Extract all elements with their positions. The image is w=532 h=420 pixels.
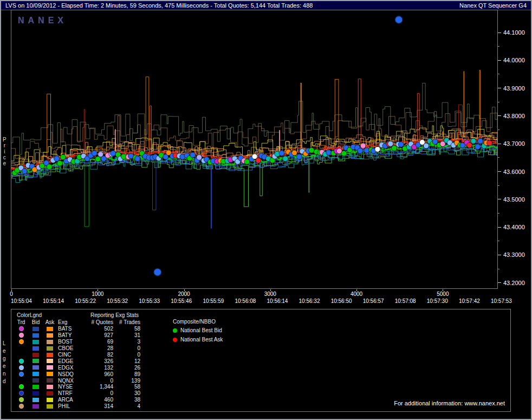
- ask-color-swatch: [47, 385, 53, 389]
- price-tick-label: 43.2000: [503, 280, 525, 286]
- exchange-legend-table: TrdBidAskExg# Quotes# TradesBATS50258BAT…: [14, 319, 141, 410]
- bid-color-swatch: [33, 404, 39, 409]
- price-minor-tick: [498, 130, 499, 130]
- time-label: 10:57:08: [395, 298, 416, 304]
- legend-col-header: Ask: [43, 319, 57, 326]
- exchange-quote-count: 960: [84, 371, 114, 377]
- time-label: 10:56:32: [299, 298, 320, 304]
- ask-color-swatch: [47, 365, 53, 370]
- price-tick-mark: [498, 255, 501, 255]
- exchange-name: BATY: [57, 332, 84, 339]
- price-minor-tick: [498, 213, 499, 214]
- exchange-trade-count: 58: [114, 326, 141, 332]
- sequence-tick-label: 3000: [264, 291, 276, 297]
- sequence-tick-label: 2000: [178, 291, 190, 297]
- time-label: 10:56:50: [331, 298, 352, 304]
- exchange-quote-count: 460: [84, 397, 114, 403]
- time-label: 10:55:14: [43, 298, 64, 304]
- legend-col-header: # Quotes: [84, 319, 114, 326]
- exchange-name: BATS: [57, 326, 84, 332]
- price-tick-mark: [498, 171, 501, 172]
- exchange-trade-count: 38: [114, 397, 141, 403]
- trade-color-swatch: [19, 384, 24, 389]
- quote-trade-chart[interactable]: [11, 10, 497, 288]
- bid-color-swatch: [33, 398, 39, 402]
- sequence-tick-label: 1000: [92, 291, 103, 297]
- ask-color-swatch: [47, 404, 53, 409]
- price-tick-mark: [498, 282, 501, 283]
- nbbo-item: National Best Ask: [173, 336, 223, 343]
- reporting-stats-title: Reporting Exg Stats: [90, 312, 139, 318]
- trade-color-swatch: [19, 365, 24, 370]
- exchange-quote-count: 314: [84, 403, 114, 410]
- ask-color-swatch: [47, 378, 53, 383]
- sequence-tick-label: 5000: [437, 291, 449, 297]
- exchange-quote-count: 0: [84, 390, 114, 397]
- time-label: 10:55:22: [75, 298, 96, 304]
- exchange-name: NQNX: [57, 377, 84, 384]
- bid-color-swatch: [33, 333, 39, 338]
- price-tick-label: 43.9000: [503, 85, 525, 92]
- price-tick-mark: [498, 227, 501, 228]
- exchange-name: EDGE: [57, 358, 84, 364]
- ask-color-swatch: [47, 359, 53, 363]
- ask-color-swatch: [47, 346, 53, 351]
- time-label: 10:55:46: [171, 298, 192, 304]
- legend-col-header: Bid: [29, 319, 43, 326]
- price-tick-label: 44.1000: [503, 29, 525, 36]
- ask-color-swatch: [47, 398, 53, 402]
- exchange-quote-count: 69: [84, 339, 114, 345]
- price-minor-tick: [498, 74, 499, 74]
- ask-color-swatch: [47, 353, 53, 357]
- nbbo-label: National Best Bid: [180, 327, 222, 333]
- trade-color-swatch: [19, 372, 24, 377]
- bid-color-swatch: [33, 340, 39, 344]
- exchange-name: NTRF: [57, 390, 84, 397]
- exchange-trade-count: 26: [114, 364, 141, 371]
- exchange-trade-count: 4: [114, 403, 141, 410]
- exchange-name: EDGX: [57, 364, 84, 371]
- bid-color-swatch: [33, 372, 39, 376]
- app-name: Nanex QT Sequencer G4: [459, 2, 527, 9]
- exchange-trade-count: 12: [114, 358, 141, 364]
- nbbo-item: National Best Bid: [173, 327, 223, 334]
- ask-color-swatch: [47, 333, 53, 338]
- exchange-name: BOST: [57, 339, 84, 345]
- bid-color-swatch: [33, 346, 39, 351]
- price-minor-tick: [498, 157, 499, 158]
- color-legend-title: ColorLgnd: [17, 312, 42, 318]
- exchange-trade-count: 3: [114, 339, 141, 345]
- nbbo-color-dot: [173, 338, 177, 342]
- ask-color-swatch: [47, 340, 53, 344]
- y-axis-label: Price: [3, 137, 7, 166]
- ask-color-swatch: [47, 372, 53, 376]
- exchange-trade-count: 89: [114, 371, 141, 377]
- exchange-quote-count: 132: [84, 364, 114, 371]
- exchange-trade-count: 0: [114, 345, 141, 352]
- price-axis: 44.100044.000043.900043.800043.700043.60…: [498, 10, 532, 289]
- time-label: 10:56:57: [363, 298, 384, 304]
- price-tick-mark: [498, 115, 501, 116]
- time-axis: 10:55:0410:55:1410:55:2210:55:3210:55:33…: [11, 298, 512, 304]
- price-tick-label: 43.3000: [503, 251, 525, 258]
- price-minor-tick: [498, 102, 499, 102]
- trade-color-swatch: [19, 333, 24, 338]
- bid-color-swatch: [33, 353, 39, 357]
- price-tick-label: 43.8000: [503, 113, 525, 119]
- exchange-name: NYSE: [57, 384, 84, 390]
- exchange-quote-count: 502: [84, 326, 114, 332]
- time-label: 10:55:59: [203, 298, 224, 304]
- composite-nbbo-title: Composite/NBBO: [173, 319, 223, 325]
- price-tick-mark: [498, 199, 501, 199]
- price-minor-tick: [498, 241, 499, 241]
- time-label: 10:55:32: [107, 298, 128, 304]
- price-minor-tick: [498, 46, 499, 47]
- title-summary: LVS on 10/09/2012 - Elapsed Time: 2 Minu…: [5, 2, 313, 9]
- legend-panel: ColorLgnd Reporting Exg Stats TrdBidAskE…: [11, 309, 511, 412]
- time-label: 10:57:30: [427, 298, 448, 304]
- sequence-axis: 010002000300040005000: [11, 289, 498, 298]
- trade-color-swatch: [19, 326, 24, 331]
- bid-color-swatch: [33, 365, 39, 370]
- exchange-trade-count: 0: [114, 352, 141, 358]
- price-tick-label: 44.0000: [503, 57, 525, 63]
